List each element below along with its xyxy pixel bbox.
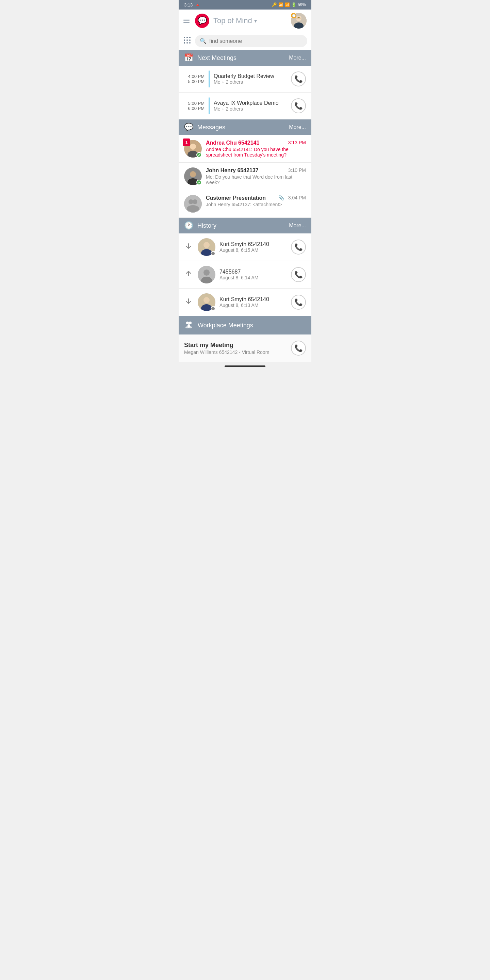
meeting-time-2: 5:00 PM 6:00 PM [184,101,205,111]
msg-preview-2: Me: Do you have that Word doc from last … [206,174,306,185]
header-avatar-wrap[interactable]: 🕐 [291,13,307,29]
battery-level: 59% [298,2,306,7]
svg-point-8 [186,40,188,41]
header: 💬 Top of Mind ▾ 🕐 [179,10,311,32]
header-title: Top of Mind [213,16,252,25]
msg-time-2: 3:10 PM [288,167,306,173]
meeting-call-button-1[interactable]: 📞 [291,72,306,86]
svg-point-5 [186,37,188,38]
svg-point-21 [192,199,197,204]
svg-point-14 [190,143,196,150]
meeting-start-2: 5:00 PM [184,101,205,106]
history-item-3: Kurt Smyth 6542140 August 8, 6:13 AM 📞 [179,288,311,316]
msg-name-1: Andrea Chu 6542141 [206,140,259,146]
history-call-button-2[interactable]: 📞 [291,267,306,282]
msg-top-2: John Henry 6542137 3:10 PM [206,167,306,173]
dialpad-button[interactable] [183,36,192,47]
hamburger-line-1 [183,19,189,19]
meeting-name-1: Quarterly Budget Review [214,73,287,79]
svg-point-6 [189,37,191,38]
workplace-title: Start my Meeting [184,342,287,349]
search-input-wrap[interactable]: 🔍 [195,35,307,47]
call-direction-incoming-1 [184,242,194,253]
app-logo: 💬 [195,14,209,28]
messages-icon: 💬 [184,123,193,132]
hist-time-1: August 8, 6:15 AM [220,247,287,253]
meeting-call-button-2[interactable]: 📞 [291,98,306,113]
workplace-info: Start my Meeting Megan Williams 6542142 … [184,342,287,355]
search-bar: 🔍 [179,32,311,50]
meeting-info-2: Avaya IX Workplace Demo Me + 2 others [214,100,287,111]
online-dot-1 [196,152,202,158]
attachment-icon: 📎 [278,195,284,200]
call-direction-outgoing-2 [184,269,194,280]
status-left: 3:13 🔺 [184,2,200,8]
hist-time-2: August 8, 6:14 AM [220,275,287,280]
search-icon: 🔍 [200,38,207,44]
home-indicator [224,366,266,367]
hist-avatar-2 [198,266,215,283]
hamburger-line-2 [183,21,189,21]
msg-avatar-wrap-3 [184,195,202,213]
history-call-button-1[interactable]: 📞 [291,240,306,255]
history-icon: 🕐 [184,221,193,230]
workplace-section-title: Workplace Meetings [198,322,306,329]
wifi-icon: 📶 [278,2,283,7]
meeting-end-1: 5:00 PM [184,79,205,84]
logo-icon: 💬 [198,16,207,25]
svg-point-27 [204,269,210,275]
status-right: 🔑 📶 📶 🔋 59% [272,2,306,7]
hamburger-line-3 [183,22,189,23]
meeting-attendees-2: Me + 2 others [214,106,287,111]
msg-avatar-wrap-1: 1 [184,140,202,158]
status-time: 3:13 [184,2,192,8]
svg-point-7 [184,40,185,41]
messages-section-header: 💬 Messages More... [179,119,311,135]
svg-point-11 [186,42,188,43]
status-dot-1 [211,251,215,256]
message-item-2[interactable]: John Henry 6542137 3:10 PM Me: Do you ha… [179,163,311,190]
svg-point-24 [204,242,210,248]
workplace-meeting-item[interactable]: Start my Meeting Megan Williams 6542142 … [179,334,311,362]
search-input[interactable] [209,38,302,44]
workplace-icon [184,320,194,331]
logo-circle: 💬 [195,14,209,28]
key-icon: 🔑 [272,2,277,7]
meeting-start-1: 4:00 PM [184,74,205,79]
history-call-button-3[interactable]: 📞 [291,295,306,310]
hist-avatar-wrap-3 [198,293,215,311]
svg-point-9 [189,40,191,41]
hist-info-3: Kurt Smyth 6542140 August 8, 6:13 AM [220,296,287,308]
call-direction-incoming-3 [184,297,194,308]
meeting-item-2: 5:00 PM 6:00 PM Avaya IX Workplace Demo … [179,92,311,119]
status-signal-icon: 🔺 [195,2,200,8]
messages-section-title: Messages [197,124,285,131]
msg-content-1: Andrea Chu 6542141 3:13 PM Andrea Chu 65… [206,140,306,158]
msg-top-1: Andrea Chu 6542141 3:13 PM [206,140,306,146]
status-bar: 3:13 🔺 🔑 📶 📶 🔋 59% [179,0,311,10]
msg-time-1: 3:13 PM [288,140,306,145]
workplace-call-button[interactable]: 📞 [291,340,306,356]
messages-more-button[interactable]: More... [289,124,306,130]
unread-badge-1: 1 [183,138,190,146]
message-item-1[interactable]: 1 Andrea Chu 6542141 3:13 PM Andrea Chu … [179,135,311,163]
svg-point-20 [189,199,193,204]
message-item-3[interactable]: Customer Presentation 📎 3:04 PM John Hen… [179,190,311,218]
bottom-bar [179,362,311,370]
meeting-time-1: 4:00 PM 5:00 PM [184,74,205,84]
hist-name-1: Kurt Smyth 6542140 [220,241,287,247]
msg-name-2: John Henry 6542137 [206,167,259,173]
avatar-badge: 🕐 [291,13,296,18]
history-more-button[interactable]: More... [289,223,306,229]
msg-preview-3: John Henry 6542137: <attachment> [206,202,306,207]
header-title-wrap[interactable]: Top of Mind ▾ [213,16,287,25]
online-dot-2 [196,180,202,185]
hist-avatar-wrap-2 [198,266,215,283]
meetings-section-header: 📅 Next Meetings More... [179,50,311,66]
svg-point-30 [204,297,210,303]
meeting-name-2: Avaya IX Workplace Demo [214,100,287,106]
history-item-1: Kurt Smyth 6542140 August 8, 6:15 AM 📞 [179,234,311,261]
meetings-more-button[interactable]: More... [289,55,306,61]
hamburger-menu[interactable] [183,19,189,23]
msg-avatar-wrap-2 [184,167,202,185]
